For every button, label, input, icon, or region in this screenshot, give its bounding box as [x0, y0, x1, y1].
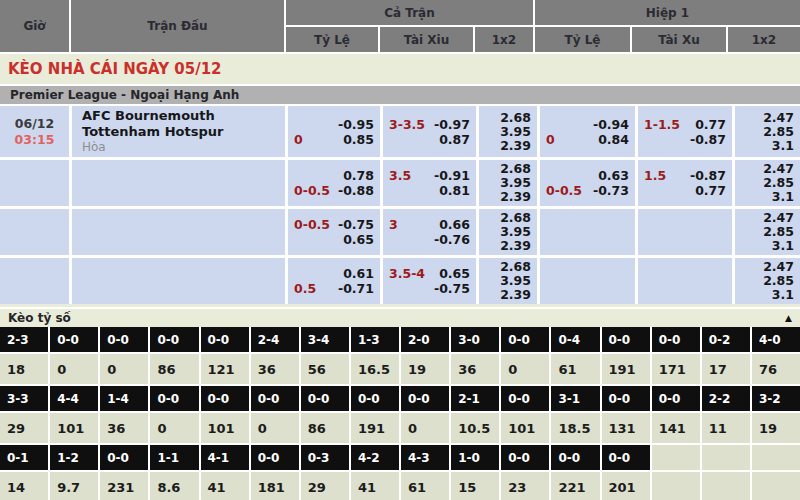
score-odds-cell[interactable]: 131: [602, 413, 650, 443]
score-odds-cell[interactable]: 41: [351, 472, 399, 500]
h1-1x2-cell[interactable]: 2.472.853.1: [735, 160, 800, 206]
full-handicap-cell[interactable]: -0.9500.85: [288, 106, 380, 157]
score-cell[interactable]: 0-0: [150, 327, 198, 352]
score-cell[interactable]: 1-4: [100, 386, 148, 411]
score-cell[interactable]: 0-0: [351, 386, 399, 411]
score-cell[interactable]: 0-0: [652, 386, 700, 411]
score-odds-cell[interactable]: 18.5: [551, 413, 599, 443]
score-cell[interactable]: 1-2: [50, 445, 98, 470]
score-odds-cell[interactable]: 86: [150, 354, 198, 384]
score-cell[interactable]: 0-0: [251, 386, 299, 411]
score-odds-cell[interactable]: 201: [602, 472, 650, 500]
score-odds-cell[interactable]: 221: [551, 472, 599, 500]
score-cell[interactable]: 0-0: [501, 445, 549, 470]
h1-handicap-cell[interactable]: 0.630-0.5-0.73: [540, 160, 635, 206]
score-odds-cell[interactable]: 191: [351, 413, 399, 443]
score-odds-cell[interactable]: 181: [251, 472, 299, 500]
score-cell[interactable]: 3-3: [0, 386, 48, 411]
h1-overunder-cell[interactable]: 1.5-0.870.77: [638, 160, 732, 206]
score-cell[interactable]: 4-0: [752, 327, 800, 352]
full-overunder-cell[interactable]: 3.5-0.910.81: [383, 160, 476, 206]
score-odds-cell[interactable]: 8.6: [150, 472, 198, 500]
score-odds-cell[interactable]: 36: [100, 413, 148, 443]
full-1x2-cell[interactable]: 2.683.952.39: [479, 258, 537, 304]
score-odds-cell[interactable]: 29: [0, 413, 48, 443]
score-cell[interactable]: 2-3: [0, 327, 48, 352]
score-cell[interactable]: 2-4: [251, 327, 299, 352]
score-cell[interactable]: 0-0: [501, 327, 549, 352]
score-odds-cell[interactable]: 61: [551, 354, 599, 384]
score-cell[interactable]: 2-0: [401, 327, 449, 352]
score-cell[interactable]: 4-1: [201, 445, 249, 470]
score-cell[interactable]: 0-0: [251, 445, 299, 470]
h1-handicap-cell[interactable]: -0.9400.84: [540, 106, 635, 157]
h1-overunder-cell[interactable]: [638, 258, 732, 304]
full-overunder-cell[interactable]: 30.66-0.76: [383, 209, 476, 255]
h1-handicap-cell[interactable]: [540, 258, 635, 304]
h1-overunder-cell[interactable]: [638, 209, 732, 255]
score-odds-cell[interactable]: 9.7: [50, 472, 98, 500]
score-odds-cell[interactable]: 36: [251, 354, 299, 384]
score-odds-cell[interactable]: 16.5: [351, 354, 399, 384]
score-cell[interactable]: 0-0: [301, 386, 349, 411]
h1-1x2-cell[interactable]: 2.472.853.1: [735, 106, 800, 157]
score-cell[interactable]: 3-0: [451, 327, 499, 352]
score-odds-cell[interactable]: 61: [401, 472, 449, 500]
score-cell[interactable]: 0-1: [0, 445, 48, 470]
full-1x2-cell[interactable]: 2.683.952.39: [479, 209, 537, 255]
score-cell[interactable]: 0-0: [100, 445, 148, 470]
score-odds-cell[interactable]: 121: [201, 354, 249, 384]
score-odds-cell[interactable]: 56: [301, 354, 349, 384]
score-odds-cell[interactable]: 0: [150, 413, 198, 443]
score-odds-cell[interactable]: 76: [752, 354, 800, 384]
score-odds-cell[interactable]: 101: [50, 413, 98, 443]
score-cell[interactable]: 0-2: [702, 327, 750, 352]
score-odds-cell[interactable]: 86: [301, 413, 349, 443]
score-odds-cell[interactable]: 101: [501, 413, 549, 443]
score-cell[interactable]: 0-0: [150, 386, 198, 411]
score-cell[interactable]: 3-2: [752, 386, 800, 411]
score-odds-cell[interactable]: 10.5: [451, 413, 499, 443]
score-odds-cell[interactable]: 0: [100, 354, 148, 384]
score-odds-cell[interactable]: 41: [201, 472, 249, 500]
score-odds-cell[interactable]: 29: [301, 472, 349, 500]
score-cell[interactable]: 0-0: [201, 386, 249, 411]
full-handicap-cell[interactable]: 0.780-0.5-0.88: [288, 160, 380, 206]
score-cell[interactable]: 1-0: [451, 445, 499, 470]
score-cell[interactable]: 4-4: [50, 386, 98, 411]
score-cell[interactable]: 0-0: [551, 445, 599, 470]
score-cell[interactable]: 0-0: [50, 327, 98, 352]
score-cell[interactable]: 4-3: [401, 445, 449, 470]
full-overunder-cell[interactable]: 3-3.5-0.970.87: [383, 106, 476, 157]
score-odds-cell[interactable]: 231: [100, 472, 148, 500]
score-cell[interactable]: 3-1: [551, 386, 599, 411]
score-odds-cell[interactable]: 18: [0, 354, 48, 384]
score-cell[interactable]: 0-0: [602, 386, 650, 411]
score-odds-cell[interactable]: 101: [201, 413, 249, 443]
score-cell[interactable]: 2-1: [451, 386, 499, 411]
full-handicap-cell[interactable]: 0-0.5-0.750.65: [288, 209, 380, 255]
score-odds-cell[interactable]: 17: [702, 354, 750, 384]
score-cell[interactable]: 2-2: [702, 386, 750, 411]
score-cell[interactable]: 3-4: [301, 327, 349, 352]
h1-1x2-cell[interactable]: 2.472.853.1: [735, 209, 800, 255]
score-cell[interactable]: 0-0: [100, 327, 148, 352]
h1-1x2-cell[interactable]: 2.472.853.1: [735, 258, 800, 304]
score-odds-cell[interactable]: 36: [451, 354, 499, 384]
score-odds-cell[interactable]: 0: [401, 413, 449, 443]
full-1x2-cell[interactable]: 2.683.952.39: [479, 160, 537, 206]
score-odds-cell[interactable]: 141: [652, 413, 700, 443]
score-cell[interactable]: 1-1: [150, 445, 198, 470]
score-odds-cell[interactable]: 11: [702, 413, 750, 443]
score-odds-cell[interactable]: 19: [752, 413, 800, 443]
collapse-arrow-icon[interactable]: ▲: [785, 313, 792, 323]
score-cell[interactable]: 0-0: [401, 386, 449, 411]
score-odds-cell[interactable]: 0: [251, 413, 299, 443]
score-odds-cell[interactable]: 191: [602, 354, 650, 384]
full-handicap-cell[interactable]: 0.610.5-0.71: [288, 258, 380, 304]
score-cell[interactable]: 0-3: [301, 445, 349, 470]
score-odds-cell[interactable]: 0: [50, 354, 98, 384]
score-cell[interactable]: 4-2: [351, 445, 399, 470]
score-cell[interactable]: 0-0: [501, 386, 549, 411]
h1-overunder-cell[interactable]: 1-1.50.77-0.87: [638, 106, 732, 157]
